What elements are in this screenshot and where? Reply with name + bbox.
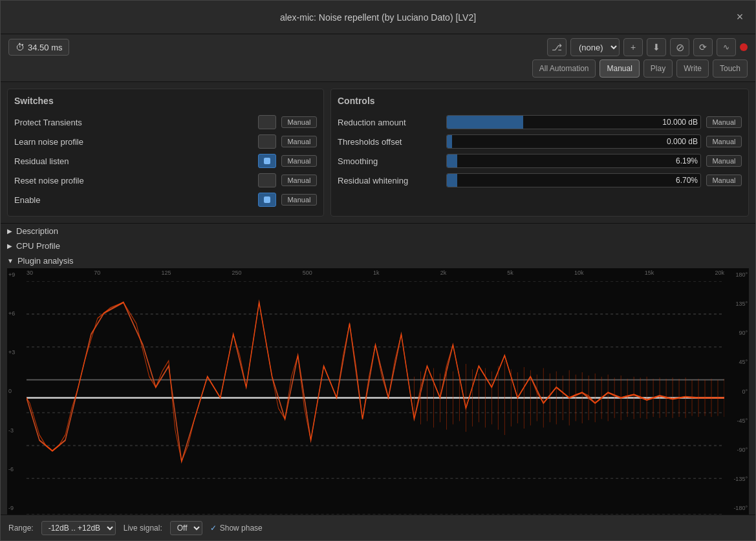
toolbar-row1: ⏱ 34.50 ms ⎇ (none) + ⬇ ⊘ ⟳ ∿ — [8, 38, 748, 56]
control-slider-whitening[interactable]: 6.70% — [446, 173, 701, 187]
switch-row-protect-transients: Protect Transients Manual — [14, 112, 317, 132]
preset-select[interactable]: (none) — [570, 38, 620, 56]
all-automation-btn[interactable]: All Automation — [532, 59, 596, 78]
wave-btn[interactable]: ∿ — [717, 38, 736, 56]
switch-row-enable: Enable Manual — [14, 190, 317, 209]
record-indicator — [740, 43, 748, 51]
control-manual-whitening[interactable]: Manual — [706, 175, 742, 186]
window-title: alex-mic: Noise repellent (by Luciano Da… — [280, 12, 476, 23]
switch-row-residual-listen: Residual listen Manual — [14, 151, 317, 171]
switch-toggle-protect-transients[interactable] — [258, 115, 276, 129]
loop-btn[interactable]: ⟳ — [693, 38, 713, 56]
description-arrow: ▶ — [7, 228, 12, 235]
chart-y-labels-right: 180° 135° 90° 45° 0° -45° -90° -135° -18… — [724, 268, 749, 514]
controls-title: Controls — [338, 96, 742, 106]
panels-area: Switches Protect Transients Manual Learn… — [1, 82, 755, 224]
control-label-reduction: Reduction amount — [338, 118, 441, 127]
play-automation-btn[interactable]: Play — [643, 59, 673, 78]
switch-manual-learn-noise[interactable]: Manual — [281, 136, 317, 147]
control-label-threshold: Thresholds offset — [338, 137, 441, 147]
titlebar: alex-mic: Noise repellent (by Luciano Da… — [1, 1, 755, 34]
switch-manual-reset-noise[interactable]: Manual — [281, 175, 317, 186]
cpu-profile-section[interactable]: ▶ CPU Profile — [1, 239, 755, 253]
graph-icon-btn[interactable]: ⎇ — [547, 38, 567, 56]
switch-row-reset-noise: Reset noise profile Manual — [14, 171, 317, 190]
switch-toggle-enable[interactable] — [258, 193, 276, 207]
description-label: Description — [16, 226, 58, 236]
control-slider-threshold[interactable]: 0.000 dB — [446, 134, 701, 149]
description-section[interactable]: ▶ Description — [1, 224, 755, 239]
save-preset-btn[interactable]: ⬇ — [647, 38, 666, 56]
show-phase-label[interactable]: ✓ Show phase — [210, 524, 263, 533]
write-automation-btn[interactable]: Write — [676, 59, 709, 78]
control-label-smoothing: Smoothing — [338, 156, 441, 166]
control-value-reduction: 10.000 dB — [662, 118, 698, 127]
manual-automation-btn[interactable]: Manual — [599, 59, 639, 78]
cpu-profile-label: CPU Profile — [16, 241, 60, 251]
show-phase-checkbox[interactable]: ✓ — [210, 524, 217, 533]
control-value-whitening: 6.70% — [676, 176, 698, 185]
live-signal-label: Live signal: — [124, 524, 162, 533]
timer-value: 34.50 ms — [28, 43, 62, 52]
range-select[interactable]: -12dB .. +12dB — [41, 521, 116, 535]
touch-automation-btn[interactable]: Touch — [713, 59, 748, 78]
switch-manual-enable[interactable]: Manual — [281, 194, 317, 206]
control-slider-reduction[interactable]: 10.000 dB — [446, 115, 701, 129]
switch-label-reset-noise: Reset noise profile — [14, 176, 253, 186]
control-row-threshold: Thresholds offset 0.000 dB Manual — [338, 132, 742, 151]
waveform-svg — [27, 281, 724, 514]
bypass-btn[interactable]: ⊘ — [670, 38, 689, 56]
chart-x-labels: 30 70 125 250 500 1k 2k 5k 10k 15k 20k — [27, 270, 724, 276]
switch-label-residual-listen: Residual listen — [14, 156, 253, 166]
analysis-chart: 30 70 125 250 500 1k 2k 5k 10k 15k 20k +… — [7, 268, 749, 514]
switch-toggle-learn-noise[interactable] — [258, 134, 276, 149]
show-phase-text: Show phase — [220, 524, 263, 533]
switches-title: Switches — [14, 96, 317, 106]
control-value-threshold: 0.000 dB — [667, 137, 698, 146]
switch-toggle-residual-listen[interactable] — [258, 154, 276, 168]
control-manual-smoothing[interactable]: Manual — [706, 155, 742, 167]
control-row-smoothing: Smoothing 6.19% Manual — [338, 151, 742, 171]
control-row-reduction: Reduction amount 10.000 dB Manual — [338, 112, 742, 132]
switch-label-learn-noise: Learn noise profile — [14, 137, 253, 147]
switch-row-learn-noise: Learn noise profile Manual — [14, 132, 317, 151]
switch-label-protect-transients: Protect Transients — [14, 118, 253, 127]
control-manual-threshold[interactable]: Manual — [706, 136, 742, 147]
cpu-profile-arrow: ▶ — [7, 242, 12, 249]
timer-icon: ⏱ — [16, 42, 25, 52]
analysis-section: ▼ Plugin analysis 30 70 125 250 500 1k 2… — [1, 253, 755, 514]
switch-manual-residual-listen[interactable]: Manual — [281, 155, 317, 167]
control-label-whitening: Residual whitening — [338, 176, 441, 186]
toolbar-row2: All Automation Manual Play Write Touch — [8, 59, 748, 78]
switch-label-enable: Enable — [14, 195, 253, 205]
timer-button[interactable]: ⏱ 34.50 ms — [8, 39, 69, 56]
control-value-smoothing: 6.19% — [676, 156, 698, 165]
switches-panel: Switches Protect Transients Manual Learn… — [7, 89, 324, 217]
live-signal-select[interactable]: Off — [170, 521, 202, 535]
control-manual-reduction[interactable]: Manual — [706, 116, 742, 128]
plugin-analysis-header[interactable]: ▼ Plugin analysis — [1, 253, 755, 268]
range-label: Range: — [8, 524, 34, 533]
close-button[interactable]: × — [732, 10, 748, 25]
plugin-analysis-label: Plugin analysis — [17, 256, 74, 266]
plugin-analysis-arrow: ▼ — [7, 257, 14, 264]
bottom-bar: Range: -12dB .. +12dB Live signal: Off ✓… — [1, 514, 755, 540]
controls-panel: Controls Reduction amount 10.000 dB Manu… — [330, 89, 749, 217]
switch-toggle-reset-noise[interactable] — [258, 173, 276, 187]
main-window: alex-mic: Noise repellent (by Luciano Da… — [0, 0, 756, 541]
switch-manual-protect-transients[interactable]: Manual — [281, 116, 317, 128]
control-slider-smoothing[interactable]: 6.19% — [446, 154, 701, 168]
add-preset-btn[interactable]: + — [623, 38, 643, 56]
chart-y-labels-left: +9 +6 +3 0 -3 -6 -9 — [7, 268, 27, 514]
control-row-whitening: Residual whitening 6.70% Manual — [338, 171, 742, 190]
